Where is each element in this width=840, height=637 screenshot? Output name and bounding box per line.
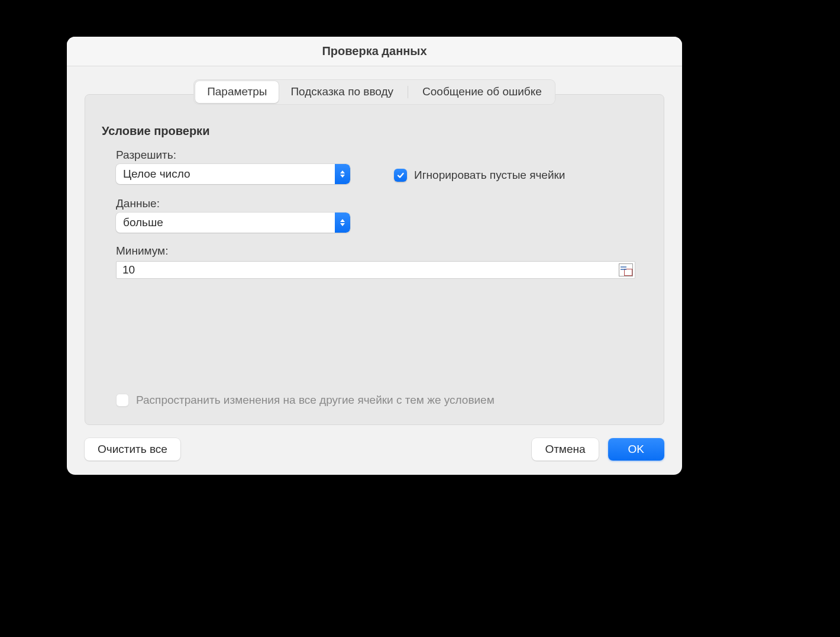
dialog-title: Проверка данных bbox=[67, 37, 682, 66]
clear-all-button[interactable]: Очистить все bbox=[85, 438, 180, 461]
tab-error-message[interactable]: Сообщение об ошибке bbox=[411, 81, 554, 103]
parameters-panel: Условие проверки Разрешить: Целое число bbox=[85, 94, 664, 425]
section-title: Условие проверки bbox=[102, 124, 647, 138]
allow-label: Разрешить: bbox=[116, 149, 353, 162]
ignore-blank-label: Игнорировать пустые ячейки bbox=[414, 169, 565, 182]
propagate-changes-label: Распространить изменения на все другие я… bbox=[136, 394, 495, 407]
data-label: Данные: bbox=[116, 197, 353, 210]
ok-button[interactable]: OK bbox=[608, 438, 664, 461]
data-select[interactable]: больше bbox=[116, 213, 350, 233]
button-bar: Очистить все Отмена OK bbox=[85, 438, 664, 461]
allow-select-value: Целое число bbox=[116, 164, 335, 184]
allow-select[interactable]: Целое число bbox=[116, 164, 350, 184]
check-icon bbox=[396, 171, 405, 179]
tab-separator bbox=[408, 86, 408, 98]
data-validation-dialog: Проверка данных Параметры Подсказка по в… bbox=[67, 37, 682, 475]
tab-parameters[interactable]: Параметры bbox=[195, 81, 279, 103]
data-select-value: больше bbox=[116, 213, 335, 233]
minimum-input[interactable] bbox=[117, 262, 619, 278]
propagate-changes-checkbox bbox=[116, 394, 129, 407]
range-picker-icon[interactable] bbox=[619, 263, 633, 276]
cancel-button[interactable]: Отмена bbox=[532, 438, 598, 461]
chevron-updown-icon bbox=[335, 164, 350, 184]
tab-bar: Параметры Подсказка по вводу Сообщение о… bbox=[85, 79, 664, 105]
minimum-label: Минимум: bbox=[116, 244, 647, 258]
tab-input-hint[interactable]: Подсказка по вводу bbox=[279, 81, 405, 103]
chevron-updown-icon bbox=[335, 213, 350, 233]
ignore-blank-checkbox[interactable] bbox=[394, 169, 407, 182]
